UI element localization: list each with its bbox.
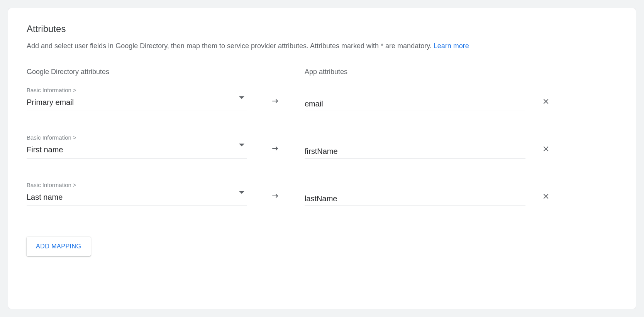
app-attribute-field <box>305 147 525 158</box>
directory-attribute-category: Basic Information > <box>27 182 247 188</box>
section-description: Add and select user fields in Google Dir… <box>27 41 617 51</box>
app-attribute-field <box>305 194 525 206</box>
description-text: Add and select user fields in Google Dir… <box>27 42 434 50</box>
directory-attribute-value: Primary email <box>27 98 247 107</box>
app-attribute-field <box>305 99 525 111</box>
chevron-down-icon <box>239 191 244 194</box>
mapping-row: Basic Information > Primary email <box>27 87 617 111</box>
directory-attribute-select[interactable]: Basic Information > First name <box>27 134 247 158</box>
directory-attribute-value: Last name <box>27 193 247 202</box>
close-icon <box>542 145 550 153</box>
learn-more-link[interactable]: Learn more <box>434 42 469 50</box>
app-attribute-input[interactable] <box>305 99 525 108</box>
app-attribute-input[interactable] <box>305 147 525 156</box>
remove-mapping-button[interactable] <box>539 95 552 108</box>
remove-mapping-button[interactable] <box>539 190 552 203</box>
directory-attribute-select[interactable]: Basic Information > Primary email <box>27 87 247 111</box>
section-title: Attributes <box>27 24 617 34</box>
directory-attributes-header: Google Directory attributes <box>27 68 305 76</box>
attributes-card: Attributes Add and select user fields in… <box>8 8 636 309</box>
close-icon <box>542 192 550 201</box>
arrow-right-icon <box>247 96 305 111</box>
directory-attribute-category: Basic Information > <box>27 87 247 93</box>
app-attribute-input[interactable] <box>305 194 525 203</box>
chevron-down-icon <box>239 96 244 99</box>
directory-attribute-category: Basic Information > <box>27 134 247 141</box>
close-icon <box>542 97 550 106</box>
arrow-right-icon <box>247 144 305 158</box>
app-attributes-header: App attributes <box>305 68 347 76</box>
remove-mapping-button[interactable] <box>539 142 552 155</box>
columns-header: Google Directory attributes App attribut… <box>27 68 617 76</box>
directory-attribute-select[interactable]: Basic Information > Last name <box>27 182 247 206</box>
directory-attribute-value: First name <box>27 145 247 154</box>
add-mapping-button[interactable]: ADD MAPPING <box>27 237 91 256</box>
mapping-row: Basic Information > First name <box>27 134 617 158</box>
arrow-right-icon <box>247 191 305 206</box>
chevron-down-icon <box>239 143 244 147</box>
mapping-row: Basic Information > Last name <box>27 182 617 206</box>
